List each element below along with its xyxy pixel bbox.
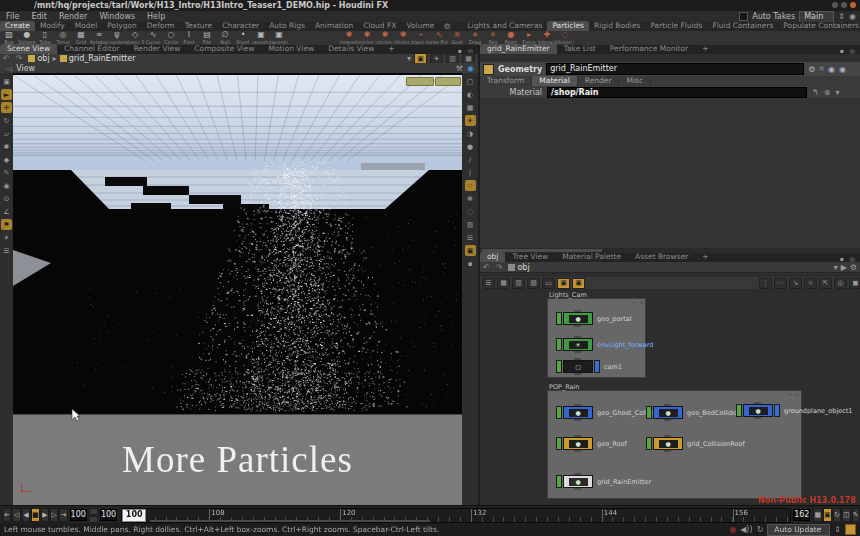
title-bar[interactable]: /mnt/hq/projects/tarl/Work/H13_Intro/H13… [0,0,860,11]
tab-channel-editor[interactable]: Channel Editor [57,44,126,54]
display-flag-icon[interactable] [556,338,562,351]
node-name-field[interactable]: grid_RainEmitter [546,63,804,75]
range-end-field[interactable]: 162 [793,509,810,521]
rotate-tool-icon[interactable]: ↻ [1,115,12,126]
node-body[interactable]: ● [743,404,773,417]
tab-scene-view[interactable]: Scene View [0,44,57,54]
shade-icon[interactable]: ▨ [527,278,540,289]
network-canvas[interactable]: Lights_Cam− ▫●geo_portal☀envLight_forwar… [480,289,860,505]
shelf-tab-animation[interactable]: Animation [310,21,358,31]
display-flag-icon[interactable] [556,437,562,450]
export-icon[interactable]: ⇱ [819,278,832,289]
network-box-pop_rain[interactable]: POP_Rain− ▫●geo_Ghost_Collision●geo_BedC… [547,390,802,499]
pose-tool-icon[interactable]: ✱ [1,141,12,152]
scale-tool-icon[interactable]: ▱ [1,128,12,139]
translate-tool-icon[interactable]: ✛ [1,102,12,113]
shelf-tab-modify[interactable]: Modify [35,21,70,31]
network-node[interactable]: ●geo_Roof [556,437,627,450]
gear-icon[interactable]: ⚙ [808,65,815,74]
particles-tool-curve-force[interactable]: ∿Curve Force [430,31,448,46]
shelf-tab-particles[interactable]: Particles [547,21,589,31]
node-body[interactable]: ● [653,406,683,419]
network-node[interactable]: ●geo_BedCollider [646,406,740,419]
collapse-icon[interactable]: ◅ [6,64,12,73]
display-points-icon[interactable]: ∷ [465,180,476,191]
palette-icon[interactable]: ▣ [572,278,585,289]
sync-icon[interactable]: ↻ [757,525,764,534]
shading-mode-icon[interactable]: ◐ [465,89,476,100]
camera-view-icon[interactable]: ▢ [465,76,476,87]
param-tab-material[interactable]: Material [532,76,577,86]
flag-tool-icon[interactable]: ⚑ [1,219,12,230]
divider-icon[interactable]: ∣ [465,167,476,178]
display-particles-icon[interactable]: ❋ [465,193,476,204]
snapshot-icon[interactable]: ▣ [465,245,476,256]
shelf-tab-particle-fluids[interactable]: Particle Fluids [645,21,707,31]
shelf-tab-polygon[interactable]: Polygon [102,21,141,31]
node-body[interactable]: ● [563,312,593,325]
measure-tool-icon[interactable]: ∠ [1,206,12,217]
speaker-icon[interactable]: ◀)) [740,525,752,534]
param-tab-misc[interactable]: Misc [619,76,651,86]
realtime-toggle-icon[interactable]: ▣ [823,508,832,522]
path-dropdown-icon[interactable]: ▾ [407,54,411,63]
auto-update-dropdown[interactable]: Auto Update [767,524,830,536]
axis-icon[interactable]: ⚒ [456,64,463,73]
particles-tool-gust[interactable]: ≋Gust [448,31,466,46]
display-options-icon[interactable]: ▥ [465,219,476,230]
network-box-controls-icon[interactable]: − ▫ [632,299,644,305]
shelf-tab-cloud-fx[interactable]: Cloud FX [358,21,401,31]
viewport[interactable]: More Particles [13,73,462,505]
display-flag-icon[interactable] [736,404,742,417]
tab-performance-monitor[interactable]: Performance Monitor [603,44,695,54]
tab-material-palette[interactable]: Material Palette [555,252,628,262]
audio-icon[interactable]: ◫ [842,508,851,522]
slash-icon[interactable]: ∕ [465,154,476,165]
tab-obj[interactable]: obj [480,252,505,262]
particles-tool-attract-to-[interactable]: ⌁Attract to... [412,31,430,46]
window-control-dot[interactable] [832,2,838,8]
forward-icon[interactable]: ↷ [13,54,26,63]
add-tab-button[interactable]: + [695,44,715,54]
network-node[interactable]: ●grid_CollisionRoof [646,437,745,450]
dots-icon[interactable]: ⋮ [759,278,772,289]
add-tab-button[interactable]: + [381,44,401,54]
menu-item-file[interactable]: File [0,12,25,21]
display-flag-icon[interactable] [556,360,562,373]
tab-motion-view[interactable]: Motion View [262,44,322,54]
play-icon[interactable]: ▶ [41,508,49,522]
param-tab-render[interactable]: Render [578,76,620,86]
next-frame-icon[interactable]: ▷ [50,508,58,522]
pane-controls-icon[interactable]: ▪ ◎ [840,47,857,54]
loop-icon[interactable]: ↻ [833,508,841,522]
display-flag-icon[interactable] [646,406,652,419]
tab-take-list[interactable]: Take List [557,44,603,54]
record-icon[interactable] [730,527,736,533]
pin-icon[interactable]: ▶ [841,263,847,272]
light-tool-icon[interactable]: ☀ [1,232,12,243]
tile-icon[interactable]: ▥ [512,278,525,289]
op-path-icon[interactable]: ⊕ [824,88,831,97]
shelf-tab-character[interactable]: Character [217,21,264,31]
keyframe-icon[interactable]: ▦ [813,508,822,522]
shelf-tab-auto-rigs[interactable]: Auto Rigs [264,21,310,31]
shelf-tab-populate-containers[interactable]: Populate Containers [778,21,860,31]
window-control-dot[interactable] [841,2,847,8]
current-frame-marker[interactable]: 100 [122,509,146,522]
node-chooser-icon[interactable]: ↰ [812,88,819,97]
timeline-scrollbar[interactable] [150,520,430,522]
jump-end-icon[interactable]: ⇥ [59,508,67,522]
stop-icon[interactable]: ■ [31,508,40,522]
node-body[interactable]: ● [563,437,593,450]
auto-takes-checkbox[interactable] [739,12,748,21]
network-path-chip[interactable]: obj [505,263,532,272]
memory-icon[interactable] [845,524,856,535]
node-body[interactable]: ☀ [563,338,593,351]
network-node[interactable]: ▢cam1 [556,360,622,373]
tab-tree-view[interactable]: Tree View [505,252,555,262]
node-body[interactable]: ● [563,406,593,419]
prev-frame-icon[interactable]: ◁ [12,508,20,522]
add-tab-button[interactable]: + [695,252,715,262]
param-tab-transform[interactable]: Transform [480,76,532,86]
range-start-field[interactable]: 100 [100,509,117,521]
